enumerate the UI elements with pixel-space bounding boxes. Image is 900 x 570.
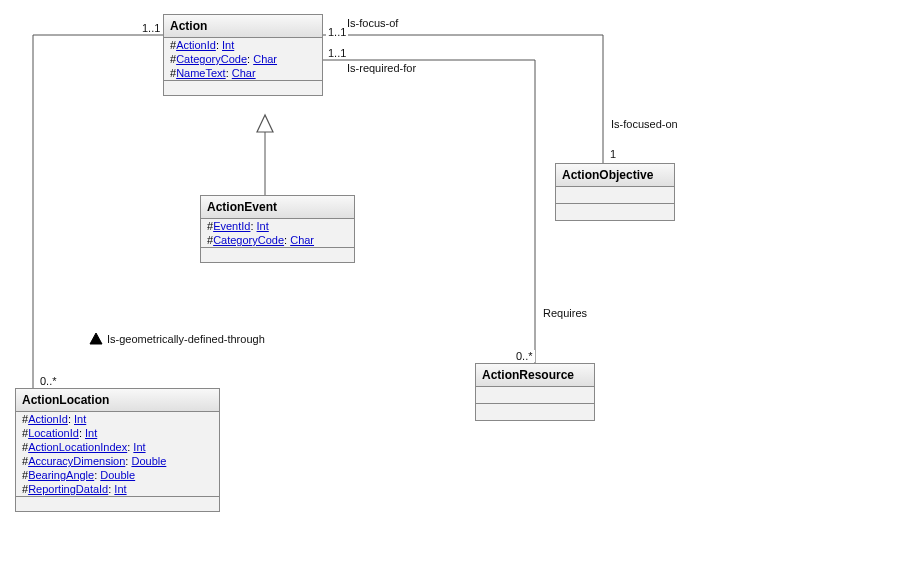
assoc-label-requires: Requires xyxy=(541,307,589,319)
svg-marker-1 xyxy=(257,115,273,132)
class-ops xyxy=(476,404,594,420)
assoc-label-is-focused-on: Is-focused-on xyxy=(609,118,680,130)
class-attr: #ActionId: Int xyxy=(16,412,219,426)
multiplicity: 1..1 xyxy=(326,47,348,59)
class-attrs xyxy=(476,387,594,404)
assoc-label-is-focus-of: Is-focus-of xyxy=(345,17,400,29)
class-attr: #LocationId: Int xyxy=(16,426,219,440)
class-attrs xyxy=(556,187,674,204)
class-attr: #ActionLocationIndex: Int xyxy=(16,440,219,454)
assoc-label-is-geo-defined: Is-geometrically-defined-through xyxy=(105,333,267,345)
class-action-event[interactable]: ActionEvent #EventId: Int #CategoryCode:… xyxy=(200,195,355,263)
class-title: ActionObjective xyxy=(556,164,674,187)
class-attr: #AccuracyDimension: Double xyxy=(16,454,219,468)
multiplicity: 1..1 xyxy=(326,26,348,38)
multiplicity: 1..1 xyxy=(140,22,162,34)
class-title: ActionResource xyxy=(476,364,594,387)
class-attr: #ReportingDataId: Int xyxy=(16,482,219,496)
class-action-objective[interactable]: ActionObjective xyxy=(555,163,675,221)
class-ops xyxy=(556,204,674,220)
assoc-label-is-required-for: Is-required-for xyxy=(345,62,418,74)
multiplicity: 1 xyxy=(608,148,618,160)
class-ops xyxy=(16,497,219,511)
class-attr: #BearingAngle: Double xyxy=(16,468,219,482)
svg-marker-2 xyxy=(90,333,102,344)
multiplicity: 0..* xyxy=(514,350,535,362)
class-attrs: #EventId: Int #CategoryCode: Char xyxy=(201,219,354,248)
class-action-location[interactable]: ActionLocation #ActionId: Int #LocationI… xyxy=(15,388,220,512)
class-ops xyxy=(201,248,354,262)
class-title: ActionLocation xyxy=(16,389,219,412)
class-attr: #NameText: Char xyxy=(164,66,322,80)
class-attrs: #ActionId: Int #CategoryCode: Char #Name… xyxy=(164,38,322,81)
class-title: ActionEvent xyxy=(201,196,354,219)
class-ops xyxy=(164,81,322,95)
class-attr: #CategoryCode: Char xyxy=(201,233,354,247)
class-attr: #CategoryCode: Char xyxy=(164,52,322,66)
multiplicity: 0..* xyxy=(38,375,59,387)
class-action-resource[interactable]: ActionResource xyxy=(475,363,595,421)
class-action[interactable]: Action #ActionId: Int #CategoryCode: Cha… xyxy=(163,14,323,96)
class-attr: #ActionId: Int xyxy=(164,38,322,52)
class-title: Action xyxy=(164,15,322,38)
class-attrs: #ActionId: Int #LocationId: Int #ActionL… xyxy=(16,412,219,497)
uml-canvas: Action #ActionId: Int #CategoryCode: Cha… xyxy=(0,0,900,570)
class-attr: #EventId: Int xyxy=(201,219,354,233)
